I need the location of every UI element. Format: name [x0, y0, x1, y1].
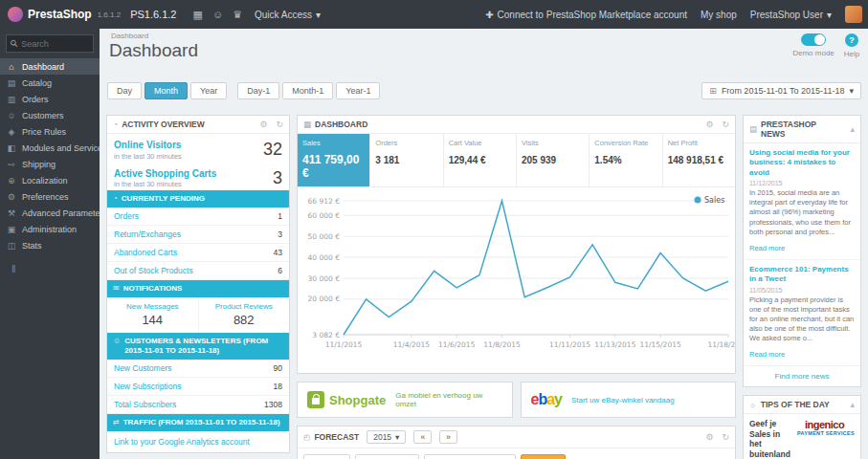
- read-more-link[interactable]: Read more: [749, 350, 785, 359]
- notifications-cells: New Messages 144 Product Reviews 882: [107, 297, 289, 333]
- kpi-cart-value[interactable]: Cart Value129,44 €: [444, 134, 517, 186]
- sales-chart-area: 3 082 €20 000 €30 000 €40 000 €50 000 €6…: [298, 187, 735, 373]
- svg-text:50 000 €: 50 000 €: [308, 232, 341, 241]
- range-year-1-button[interactable]: Year-1: [336, 82, 380, 99]
- legend-avg-cart-chip[interactable]: Average Cart Value: [424, 454, 516, 459]
- sidebar-item-modules[interactable]: ◧Modules and Services: [0, 140, 100, 156]
- forecast-legend: Traffic Conversion Average Cart Value Sa…: [298, 448, 735, 459]
- help-icon[interactable]: ?: [845, 33, 858, 47]
- date-range-picker[interactable]: ⊞ From 2015-11-01 To 2015-11-18 ▾: [701, 82, 861, 99]
- kpi-visits[interactable]: Visits205 939: [517, 134, 590, 186]
- pending-orders-row[interactable]: Orders1: [107, 208, 289, 226]
- sidebar-collapse-button[interactable]: ‖: [0, 253, 100, 284]
- forecast-next-button[interactable]: »: [439, 430, 457, 444]
- forecast-panel-title: Forecast: [314, 432, 359, 442]
- gear-icon[interactable]: ⚙: [705, 120, 713, 129]
- active-carts-link[interactable]: Active Shopping Carts: [114, 168, 216, 180]
- cart-icon[interactable]: ▦: [192, 9, 202, 21]
- activity-column: ◔ Activity overview ⚙ ↻ Online Visitors …: [106, 115, 290, 459]
- user-menu[interactable]: PrestaShop User ▾: [750, 10, 832, 20]
- currently-pending-header: ◔ Currently Pending: [107, 190, 289, 208]
- news-column: ▤ PrestaShop News ▴ Using social media f…: [743, 115, 861, 459]
- kpi-sales[interactable]: Sales411 759,00 €: [298, 134, 370, 186]
- read-more-link[interactable]: Read more: [749, 244, 785, 252]
- kpi-net-profit[interactable]: Net Profit148 918,51 €: [663, 134, 735, 186]
- collapse-icon[interactable]: ▴: [850, 124, 855, 134]
- gear-icon[interactable]: ⚙: [705, 432, 713, 442]
- clock-icon: ◔: [113, 194, 118, 204]
- svg-text:11/4/2015: 11/4/2015: [393, 340, 431, 349]
- help-label: Help: [839, 50, 864, 58]
- mail-icon: ✉: [113, 284, 120, 294]
- range-day-button[interactable]: Day: [107, 82, 142, 99]
- range-month-button[interactable]: Month: [145, 82, 188, 99]
- sidebar-item-price-rules[interactable]: ◈Price Rules: [0, 123, 100, 140]
- people-icon: ☺: [113, 337, 121, 346]
- refresh-icon[interactable]: ↻: [276, 120, 283, 129]
- kpi-conversion-rate[interactable]: Conversion Rate1.54%: [590, 134, 662, 186]
- search-input[interactable]: [21, 39, 90, 49]
- out-of-stock-row[interactable]: Out of Stock Products6: [107, 262, 289, 280]
- online-visitors-link[interactable]: Online Visitors: [114, 140, 182, 151]
- svg-text:11/11/2015: 11/11/2015: [549, 340, 590, 349]
- sidebar-item-catalog[interactable]: ▤Catalog: [0, 75, 100, 91]
- svg-text:11/6/2015: 11/6/2015: [438, 340, 476, 349]
- sidebar-search[interactable]: ⚲: [6, 34, 94, 53]
- legend-sales-chip[interactable]: Sales: [521, 454, 566, 459]
- sidebar-item-stats[interactable]: ◫Stats: [0, 237, 100, 253]
- abandoned-carts-row[interactable]: Abandoned Carts43: [107, 244, 289, 262]
- shopgate-logo[interactable]: Shopgate: [307, 391, 386, 408]
- quick-access-menu[interactable]: Quick Access ▾: [255, 10, 321, 20]
- range-year-button[interactable]: Year: [190, 82, 227, 99]
- customers-icon[interactable]: ☺: [212, 9, 223, 20]
- online-visitors-value: 32: [263, 140, 282, 160]
- range-day-1-button[interactable]: Day-1: [237, 82, 279, 99]
- product-reviews-cell[interactable]: Product Reviews 882: [198, 297, 290, 333]
- sidebar-item-administration[interactable]: ▣Administration: [0, 221, 100, 237]
- ebay-link[interactable]: Start uw eBay-winkel vandaag: [571, 396, 675, 404]
- ebay-logo[interactable]: ebay: [531, 391, 563, 408]
- badges-icon[interactable]: ♛: [233, 9, 242, 21]
- refresh-icon[interactable]: ↻: [722, 432, 729, 442]
- topbar-right: ✚ Connect to PrestaShop Marketplace acco…: [485, 6, 868, 23]
- sidebar-item-preferences[interactable]: ⚙Preferences: [0, 188, 100, 205]
- demo-mode-toggle[interactable]: [801, 33, 826, 46]
- user-avatar[interactable]: [845, 6, 862, 23]
- new-customers-row[interactable]: New Customers90: [107, 360, 289, 378]
- sidebar-item-dashboard[interactable]: ⌂Dashboard: [0, 58, 100, 75]
- google-analytics-link[interactable]: Link to your Google Analytics account: [107, 431, 289, 452]
- collapse-icon[interactable]: ▴: [850, 400, 855, 409]
- help-control[interactable]: ? Help: [839, 33, 864, 58]
- forecast-year-select[interactable]: 2015 ▾: [367, 430, 406, 444]
- legend-conversion-chip[interactable]: Conversion: [355, 454, 419, 459]
- kpi-row: Sales411 759,00 € Orders3 181 Cart Value…: [298, 134, 735, 187]
- sidebar-item-localization[interactable]: ⊕Localization: [0, 172, 100, 188]
- sidebar-item-orders[interactable]: ▥Orders: [0, 91, 100, 107]
- sidebar-item-advanced-parameters[interactable]: ⚒Advanced Parameters: [0, 205, 100, 221]
- chevron-down-icon: ▾: [395, 432, 399, 442]
- toggle-knob-icon: [814, 34, 825, 45]
- find-more-news-link[interactable]: Find more news: [744, 366, 860, 386]
- new-subscriptions-row[interactable]: New Subscriptions18: [107, 378, 289, 396]
- tips-panel-title: Tips of the day: [761, 400, 830, 409]
- brand[interactable]: PrestaShop 1.6.1.2: [0, 7, 130, 22]
- legend-traffic-chip[interactable]: Traffic: [303, 454, 350, 459]
- ebay-module-panel: ebay Start uw eBay-winkel vandaag: [521, 382, 737, 418]
- new-messages-cell[interactable]: New Messages 144: [107, 297, 198, 333]
- marketplace-link[interactable]: ✚ Connect to PrestaShop Marketplace acco…: [485, 10, 687, 20]
- gear-icon[interactable]: ⚙: [259, 120, 267, 129]
- catalog-icon: ▤: [7, 78, 16, 88]
- range-month-1-button[interactable]: Month-1: [282, 82, 333, 99]
- refresh-icon[interactable]: ↻: [722, 120, 729, 129]
- pending-returns-row[interactable]: Return/Exchanges3: [107, 226, 289, 244]
- sidebar-item-customers[interactable]: ☺Customers: [0, 107, 100, 123]
- kpi-orders[interactable]: Orders3 181: [370, 134, 443, 186]
- my-shop-link[interactable]: My shop: [701, 10, 737, 20]
- news-item-title[interactable]: Using social media for your business: 4 …: [749, 148, 855, 178]
- shopgate-module-panel: Shopgate Ga mobiel en verhoog uw omzet: [297, 382, 513, 418]
- total-subscribers-row[interactable]: Total Subscribers1308: [107, 396, 289, 414]
- news-item-title[interactable]: Ecommerce 101: Payments in a Tweet: [749, 265, 855, 285]
- forecast-prev-button[interactable]: «: [413, 430, 432, 444]
- shopgate-link[interactable]: Ga mobiel en verhoog uw omzet: [395, 391, 501, 408]
- sidebar-item-shipping[interactable]: ⇨Shipping: [0, 156, 100, 172]
